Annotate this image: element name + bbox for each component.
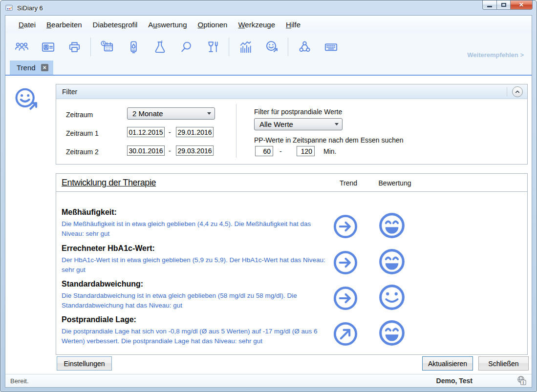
smiley-happy-icon: [378, 284, 406, 311]
main-content: Filter Zeitraum 2 Monate Zeitraum 1 - Ze…: [5, 76, 532, 374]
menu-auswertung[interactable]: Auswertung: [143, 18, 192, 31]
app-window: SiDiary 6 ✕ DateiBearbeitenDiabetesprofi…: [0, 0, 537, 392]
arrow-right-circle-icon: [333, 250, 358, 275]
tab-label: Trend: [17, 63, 36, 72]
therapy-row-description: Der HbA1c-Wert ist in etwa gleich geblie…: [62, 255, 332, 274]
trend-smiley-icon: [12, 85, 41, 115]
column-header-rating: Bewertung: [375, 179, 414, 187]
zeitraum1-to-input[interactable]: [176, 127, 214, 137]
zeitraum1-from-input[interactable]: [127, 127, 165, 137]
menu-bearbeiten[interactable]: Bearbeiten: [41, 18, 87, 31]
smiley-laugh-icon: [378, 212, 406, 239]
close-window-button[interactable]: Schließen: [478, 356, 529, 371]
zeitraum1-label: Zeitraum 1: [66, 129, 99, 137]
zeitraum2-label: Zeitraum 2: [66, 148, 99, 156]
current-user-label: Demo, Test: [436, 377, 473, 385]
filter-title: Filter: [62, 88, 77, 96]
menu-bar: DateiBearbeitenDiabetesprofilAuswertungO…: [5, 16, 532, 33]
filter-panel-header: Filter: [56, 84, 527, 99]
close-button[interactable]: ✕: [511, 0, 533, 10]
calendar-clock-icon[interactable]: [96, 36, 118, 58]
settings-button[interactable]: Einstellungen: [57, 356, 112, 371]
search-icon[interactable]: [175, 36, 197, 58]
menu-optionen[interactable]: Optionen: [193, 18, 233, 31]
range-dash: -: [169, 147, 171, 155]
status-bar: Bereit. Demo, Test !: [5, 374, 532, 387]
glass-fork-icon[interactable]: [201, 36, 224, 58]
filter-vertical-divider: [236, 104, 236, 158]
therapy-title: Entwicklung der Therapie: [62, 178, 156, 188]
smiley-trend-icon[interactable]: [260, 36, 283, 58]
smiley-laugh-icon: [378, 319, 406, 347]
zeitraum2-from-input[interactable]: [127, 145, 165, 156]
client-area: DateiBearbeitenDiabetesprofilAuswertungO…: [5, 15, 532, 388]
pp-filter-label: Filter für postprandiale Werte: [254, 108, 342, 116]
zeitraum-label: Zeitraum: [66, 111, 93, 119]
arrow-up-right-circle-icon: [333, 321, 358, 347]
therapy-panel-header: Entwicklung der Therapie Trend Bewertung: [56, 174, 527, 192]
therapy-row-title: Errechneter HbA1c-Wert:: [62, 244, 355, 253]
title-bar[interactable]: SiDiary 6 ✕: [0, 0, 537, 15]
therapy-row-title: Postprandiale Lage:: [62, 315, 355, 324]
menu-diabetesprofil[interactable]: Diabetesprofil: [87, 18, 143, 31]
toolbar: Weiterempfehlen >: [5, 33, 532, 61]
pp-filter-dropdown[interactable]: Alle Werte: [254, 118, 343, 130]
tab-trend[interactable]: Trend ✕: [10, 61, 53, 75]
zeitraum2-to-input[interactable]: [176, 145, 214, 156]
therapy-row: Meßhäufigkeit:Die Meßhäufigkeit ist in e…: [62, 208, 355, 238]
toolbar-group: [234, 36, 283, 58]
status-text: Bereit.: [10, 377, 29, 385]
tab-strip: Trend ✕: [5, 61, 532, 76]
printer-icon[interactable]: [63, 36, 86, 58]
menu-werkzeuge[interactable]: Werkzeuge: [233, 18, 280, 31]
pp-unit-label: Min.: [323, 147, 336, 155]
toolbar-group: [10, 36, 86, 58]
toolbar-separator: [229, 38, 229, 56]
toolbar-separator: [288, 38, 288, 56]
therapy-row-title: Meßhäufigkeit:: [62, 208, 355, 217]
pp-filter-dropdown-value: Alle Werte: [259, 120, 293, 128]
menu-datei[interactable]: Datei: [13, 18, 41, 31]
recommend-link[interactable]: Weiterempfehlen >: [467, 51, 524, 59]
refresh-button[interactable]: Aktualisieren: [422, 356, 473, 371]
pp-span-label: PP-Werte in Zeitspanne nach dem Essen su…: [254, 136, 404, 144]
column-header-trend: Trend: [334, 179, 363, 187]
smiley-laugh-icon: [378, 248, 406, 275]
users-icon[interactable]: [10, 36, 33, 58]
glucose-meter-icon[interactable]: [122, 36, 145, 58]
zeitraum-dropdown[interactable]: 2 Monate: [127, 107, 215, 120]
therapy-row: Postprandiale Lage:Die postprandiale Lag…: [62, 315, 355, 346]
header-divider: [507, 87, 507, 97]
chart-icon[interactable]: [234, 36, 257, 58]
arrow-right-circle-icon: [333, 214, 358, 239]
range-dash: -: [279, 147, 282, 155]
pp-max-input[interactable]: [297, 146, 315, 156]
chevron-down-icon: [207, 112, 211, 115]
chevron-up-icon: [514, 88, 521, 96]
maximize-button[interactable]: [497, 0, 511, 10]
globe-warning-icon: !: [516, 375, 528, 387]
caption-buttons: ✕: [482, 0, 533, 10]
share-icon[interactable]: [293, 36, 316, 58]
therapy-row: Standardabweichung:Die Standardabweichun…: [62, 280, 355, 310]
therapy-row-description: Die postprandiale Lage hat sich von -0,8…: [62, 327, 332, 346]
toolbar-group: [96, 36, 224, 58]
filter-panel: Filter Zeitraum 2 Monate Zeitraum 1 - Ze…: [56, 84, 528, 165]
therapy-row-description: Die Meßhäufigkeit ist in etwa gleich geb…: [62, 219, 332, 238]
tab-close-icon[interactable]: ✕: [41, 64, 48, 71]
window-title: SiDiary 6: [17, 4, 43, 12]
chevron-down-icon: [335, 123, 339, 125]
flask-icon[interactable]: [149, 36, 171, 58]
id-card-icon[interactable]: [37, 36, 59, 58]
therapy-row: Errechneter HbA1c-Wert:Der HbA1c-Wert is…: [62, 244, 355, 274]
therapy-row-title: Standardabweichung:: [62, 280, 355, 289]
minimize-button[interactable]: [482, 0, 497, 10]
zeitraum-dropdown-value: 2 Monate: [132, 109, 163, 118]
collapse-panel-button[interactable]: [512, 86, 523, 97]
pp-min-input[interactable]: [255, 146, 273, 156]
minimize-icon: [487, 6, 492, 7]
svg-text:!: !: [522, 380, 524, 385]
maximize-icon: [501, 3, 506, 7]
keyboard-icon[interactable]: [320, 36, 342, 58]
menu-hilfe[interactable]: Hilfe: [280, 18, 306, 31]
